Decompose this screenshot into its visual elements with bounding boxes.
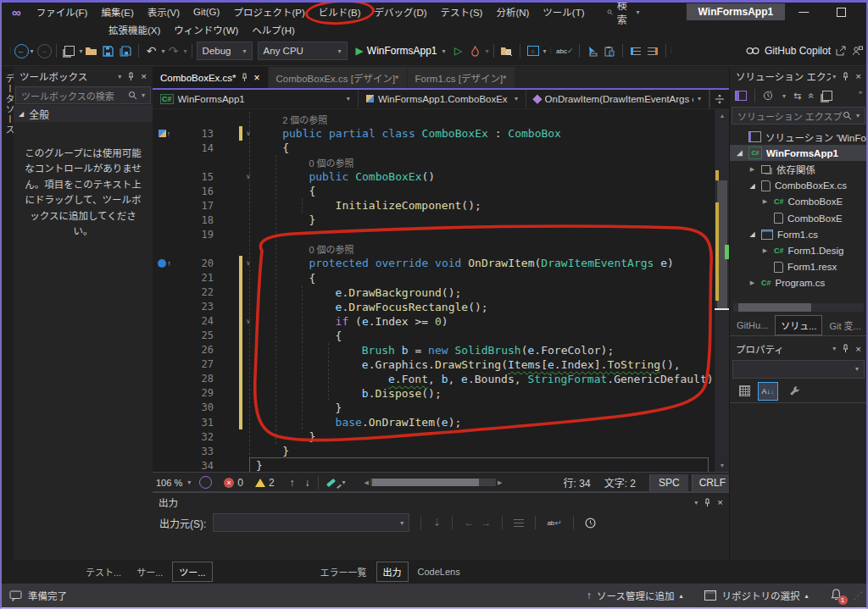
new-project-dropdown-icon[interactable]: ▾: [80, 47, 83, 55]
next-issue-button[interactable]: ↓: [305, 477, 310, 489]
code-text[interactable]: }: [256, 429, 714, 444]
tree-item-Form1.resx[interactable]: Form1.resx: [730, 259, 867, 275]
tree-item-ComboBoxE[interactable]: ComboBoxE: [730, 210, 867, 226]
copilot-area[interactable]: GitHub Copilot: [746, 45, 863, 57]
paste-format-button[interactable]: [602, 42, 617, 59]
menu-item-拡張機能(X)[interactable]: 拡張機能(X): [102, 21, 167, 38]
code-line-28[interactable]: 28e.Font, b, e.Bounds, StringFormat.Gene…: [153, 372, 714, 386]
panel-tab-ツー...[interactable]: ツー...: [172, 562, 212, 582]
redo-button[interactable]: ↷: [166, 42, 181, 59]
code-line-24[interactable]: 24∨if (e.Index >= 0): [153, 314, 714, 329]
solution-hscrollbar[interactable]: [733, 303, 864, 312]
toolbox-search-input[interactable]: ツールボックスの検索 ▾: [15, 86, 151, 104]
code-line-27[interactable]: 27e.Graphics.DrawString(Items[e.Index].T…: [153, 357, 714, 372]
collapse-icon[interactable]: ◢: [748, 230, 757, 238]
split-editor-button[interactable]: [709, 90, 729, 108]
code-text[interactable]: e.Graphics.DrawString(Items[e.Index].ToS…: [256, 357, 714, 372]
line-ending-indicator[interactable]: CRLF: [692, 474, 732, 491]
expand-icon[interactable]: ▶: [748, 280, 757, 286]
switch-views-icon[interactable]: [735, 91, 747, 101]
decrease-indent-button[interactable]: [628, 42, 643, 59]
share-icon[interactable]: [836, 46, 847, 56]
code-line-19[interactable]: 19: [153, 227, 714, 241]
codelens-references-link[interactable]: 0 個の参照: [309, 242, 353, 256]
tree-item-ソリューション 'WinForms[interactable]: ソリューション 'WinForms: [730, 129, 867, 145]
menu-item-分析(N)[interactable]: 分析(N): [489, 3, 536, 20]
scroll-right-button[interactable]: ▶: [498, 479, 502, 486]
zoom-level[interactable]: 106 %: [156, 478, 182, 488]
warning-count[interactable]: 2: [255, 477, 275, 489]
menu-item-編集(E)[interactable]: 編集(E): [94, 3, 140, 20]
properties-object-select[interactable]: ▾: [732, 360, 865, 379]
code-text[interactable]: [256, 227, 714, 241]
toolbox-header[interactable]: ツールボックス ▾ ×: [14, 67, 153, 86]
code-text[interactable]: }: [256, 401, 714, 415]
code-text[interactable]: {: [256, 141, 714, 155]
pin-icon[interactable]: [704, 498, 711, 507]
clear-all-icon[interactable]: [514, 519, 524, 527]
add-to-source-control-button[interactable]: ↑ ソース管理に追加 ▴: [587, 589, 682, 602]
chevron-down-icon[interactable]: ▾: [832, 345, 836, 352]
panel-tab-エラー一覧[interactable]: エラー一覧: [314, 562, 373, 581]
document-tab[interactable]: ComboBoxEx.cs*×: [153, 67, 269, 88]
code-text[interactable]: public ComboBoxEx(): [256, 169, 714, 184]
code-text[interactable]: e.DrawFocusRectangle();: [256, 300, 714, 314]
collapse-icon[interactable]: ◢: [735, 149, 744, 157]
code-line-17[interactable]: 17InitializeComponent();: [153, 198, 714, 213]
hot-reload-button[interactable]: [468, 42, 483, 59]
app-title-button[interactable]: WinFormsApp1: [687, 3, 786, 20]
spell-check-button[interactable]: abc✓: [556, 42, 573, 59]
panel-tab-CodeLens[interactable]: CodeLens: [412, 564, 466, 579]
code-line-32[interactable]: 32}: [153, 429, 714, 444]
toolbar-grip[interactable]: ⁞: [9, 47, 12, 55]
menu-item-プロジェクト(P)[interactable]: プロジェクト(P): [226, 3, 311, 20]
maximize-button[interactable]: [822, 3, 860, 21]
solution-tab-Git 変...[interactable]: Git 変...: [824, 316, 865, 335]
navigate-back-button[interactable]: ←: [14, 44, 29, 58]
categorized-button[interactable]: [734, 382, 754, 401]
wrench-icon[interactable]: [788, 385, 801, 397]
code-text[interactable]: {: [256, 184, 714, 198]
document-tab[interactable]: ComboBoxEx.cs [デザイン]*: [269, 67, 408, 88]
select-repository-button[interactable]: リポジトリの選択 ▴: [704, 589, 808, 602]
menu-item-テスト(S)[interactable]: テスト(S): [434, 3, 490, 20]
select-element-button[interactable]: [585, 42, 600, 59]
solution-tab-ソリュ...[interactable]: ソリュ...: [775, 315, 822, 335]
code-text[interactable]: e.Font, b, e.Bounds, StringFormat.Generi…: [256, 372, 714, 386]
scroll-up-button[interactable]: ▲: [715, 109, 730, 122]
menu-item-表示(V)[interactable]: 表示(V): [141, 3, 186, 20]
chevron-down-icon[interactable]: ▾: [118, 73, 121, 80]
code-line-22[interactable]: 22e.DrawBackground();: [153, 285, 714, 300]
menu-item-ヘルプ(H)[interactable]: ヘルプ(H): [245, 21, 301, 38]
zoom-dropdown-icon[interactable]: ▾: [187, 479, 191, 486]
close-icon[interactable]: ×: [141, 71, 147, 81]
navbar-dropdown-2[interactable]: OnDrawItem(DrawItemEventArgs e)▾: [526, 90, 709, 108]
tree-item-ComboBoxE[interactable]: ▶C#ComboBoxE: [730, 194, 867, 210]
tree-item-依存関係[interactable]: ▶依存関係: [730, 161, 867, 177]
output-header[interactable]: 出力 ▾ ×: [153, 493, 729, 512]
error-count[interactable]: ×0: [224, 477, 243, 489]
platform-select[interactable]: Any CPU▾: [258, 42, 348, 60]
increase-indent-button[interactable]: [645, 42, 660, 59]
menu-item-デバッグ(D)[interactable]: デバッグ(D): [368, 3, 434, 20]
timestamp-icon[interactable]: [585, 518, 596, 529]
startup-window-button[interactable]: ⌂: [526, 42, 541, 59]
code-text[interactable]: public partial class ComboBoxEx : ComboB…: [256, 126, 714, 141]
pending-changes-filter-icon[interactable]: [763, 91, 773, 101]
navigate-forward-button[interactable]: →: [37, 44, 52, 58]
chevron-down-icon[interactable]: ▾: [832, 73, 836, 80]
code-line-31[interactable]: 31base.OnDrawItem(e);: [153, 415, 714, 429]
code-line-15[interactable]: 15∨public ComboBoxEx(): [153, 169, 714, 184]
code-line-26[interactable]: 26Brush b = new SolidBrush(e.ForeColor);: [153, 343, 714, 357]
notifications-button[interactable]: 1: [831, 589, 842, 602]
pin-icon[interactable]: [842, 344, 849, 353]
chevron-down-icon[interactable]: ▾: [694, 499, 698, 507]
tree-item-ComboBoxEx.cs[interactable]: ◢ComboBoxEx.cs: [730, 178, 867, 194]
title-bar[interactable]: ∞ ファイル(F)編集(E)表示(V)Git(G)プロジェクト(P)ビルド(B)…: [2, 3, 866, 21]
tree-item-Program.cs[interactable]: ▶C#Program.cs: [730, 275, 867, 291]
minimize-button[interactable]: —: [785, 3, 822, 21]
feedback-bubble-icon[interactable]: [9, 590, 22, 601]
code-line-16[interactable]: 16{: [153, 184, 714, 198]
code-text[interactable]: {: [256, 271, 714, 285]
tree-item-Form1.cs[interactable]: ◢Form1.cs: [730, 226, 867, 242]
